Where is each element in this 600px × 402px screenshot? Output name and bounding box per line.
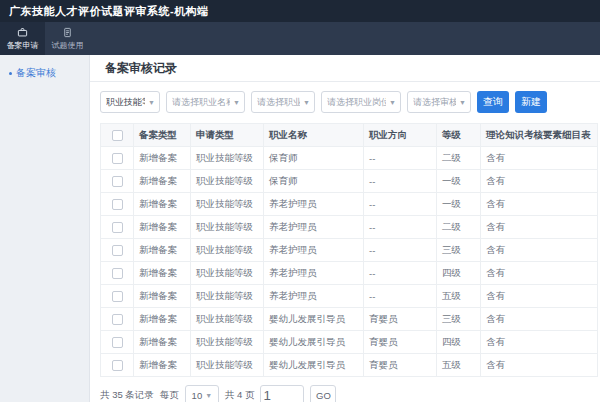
table-cell: 养老护理员 xyxy=(264,216,364,239)
table-cell: 含有 xyxy=(481,285,598,308)
briefcase-icon xyxy=(17,27,28,38)
sidebar-item-filing-review[interactable]: 备案审核 xyxy=(0,55,89,80)
row-checkbox[interactable] xyxy=(112,222,123,233)
table-row: 新增备案职业技能等级婴幼儿发展引导员育婴员五级含有 xyxy=(101,354,598,377)
table-cell: 职业技能等级 xyxy=(191,170,264,193)
table-cell: 职业技能等级 xyxy=(191,147,264,170)
select-all-checkbox[interactable] xyxy=(112,130,123,141)
table-cell: 二级 xyxy=(437,147,481,170)
table-cell: 四级 xyxy=(437,331,481,354)
table-cell: 养老护理员 xyxy=(264,239,364,262)
row-checkbox[interactable] xyxy=(112,360,123,371)
filter-bar: 职业技能等级 ▼ 请选择职业名称 ▼ 请选择职业方向 ▼ 请选择职业岗位等级 ▼… xyxy=(100,91,600,113)
table-cell: 婴幼儿发展引导员 xyxy=(264,308,364,331)
table-row: 新增备案职业技能等级婴幼儿发展引导员育婴员四级含有 xyxy=(101,331,598,354)
page-size-select[interactable]: 10 ▼ xyxy=(185,385,219,402)
row-checkbox-cell xyxy=(101,170,134,193)
table-row: 新增备案职业技能等级婴幼儿发展引导员育婴员三级含有 xyxy=(101,308,598,331)
table-cell: 新增备案 xyxy=(134,285,191,308)
row-checkbox-cell xyxy=(101,308,134,331)
sidebar: 备案审核 xyxy=(0,55,90,402)
top-nav: 备案申请 试题使用 xyxy=(0,22,600,55)
table-row: 新增备案职业技能等级养老护理员--二级含有 xyxy=(101,216,598,239)
query-button[interactable]: 查询 xyxy=(477,91,509,113)
tab-filing-application[interactable]: 备案申请 xyxy=(0,22,45,55)
table-cell: -- xyxy=(364,285,437,308)
main-content: 备案审核记录 职业技能等级 ▼ 请选择职业名称 ▼ 请选择职业方向 ▼ 请选择职… xyxy=(90,55,600,402)
table-cell: 新增备案 xyxy=(134,193,191,216)
table-cell: 婴幼儿发展引导员 xyxy=(264,354,364,377)
skill-level-select[interactable]: 职业技能等级 ▼ xyxy=(100,91,160,113)
table-cell: -- xyxy=(364,216,437,239)
row-checkbox[interactable] xyxy=(112,176,123,187)
table-cell: 一级 xyxy=(437,193,481,216)
table-row: 新增备案职业技能等级养老护理员--一级含有 xyxy=(101,193,598,216)
tab-label: 试题使用 xyxy=(52,40,84,51)
table-cell: -- xyxy=(364,170,437,193)
tab-question-usage[interactable]: 试题使用 xyxy=(45,22,90,55)
table-cell: 含有 xyxy=(481,308,598,331)
table-cell: 新增备案 xyxy=(134,239,191,262)
page-number-input[interactable] xyxy=(260,385,304,402)
column-header: 备案类型 xyxy=(134,124,191,147)
table-cell: 育婴员 xyxy=(364,354,437,377)
row-checkbox-cell xyxy=(101,285,134,308)
row-checkbox-cell xyxy=(101,331,134,354)
table-cell: 保育师 xyxy=(264,170,364,193)
table-cell: 新增备案 xyxy=(134,354,191,377)
table-cell: 保育师 xyxy=(264,147,364,170)
column-header: 理论知识考核要素细目表 xyxy=(481,124,598,147)
table-cell: 含有 xyxy=(481,262,598,285)
row-checkbox[interactable] xyxy=(112,291,123,302)
occupation-direction-select[interactable]: 请选择职业方向 ▼ xyxy=(251,91,315,113)
records-table: 备案类型 申请类型 职业名称 职业方向 等级 理论知识考核要素细目表 新增备案职… xyxy=(100,123,597,377)
table-cell: 含有 xyxy=(481,239,598,262)
select-all-cell xyxy=(101,124,134,147)
table-cell: 新增备案 xyxy=(134,331,191,354)
chevron-down-icon: ▼ xyxy=(230,99,240,106)
row-checkbox-cell xyxy=(101,216,134,239)
table-cell: 职业技能等级 xyxy=(191,331,264,354)
table-row: 新增备案职业技能等级养老护理员--五级含有 xyxy=(101,285,598,308)
chevron-down-icon: ▼ xyxy=(456,99,466,106)
chevron-down-icon: ▼ xyxy=(145,99,155,106)
row-checkbox-cell xyxy=(101,262,134,285)
row-checkbox[interactable] xyxy=(112,337,123,348)
row-checkbox[interactable] xyxy=(112,314,123,325)
occupation-name-select[interactable]: 请选择职业名称 ▼ xyxy=(166,91,245,113)
table-cell: 五级 xyxy=(437,354,481,377)
row-checkbox[interactable] xyxy=(112,268,123,279)
table-cell: 职业技能等级 xyxy=(191,354,264,377)
table-cell: -- xyxy=(364,147,437,170)
table-cell: 职业技能等级 xyxy=(191,216,264,239)
table-cell: 新增备案 xyxy=(134,147,191,170)
table-cell: 含有 xyxy=(481,354,598,377)
per-page-label: 每页 xyxy=(160,389,179,402)
table-cell: 含有 xyxy=(481,331,598,354)
row-checkbox-cell xyxy=(101,193,134,216)
records-count-text: 共 35 条记录 xyxy=(100,389,154,402)
post-level-select[interactable]: 请选择职业岗位等级 ▼ xyxy=(321,91,401,113)
table-cell: 新增备案 xyxy=(134,216,191,239)
column-header: 职业名称 xyxy=(264,124,364,147)
create-button[interactable]: 新建 xyxy=(515,91,547,113)
table-cell: 婴幼儿发展引导员 xyxy=(264,331,364,354)
chevron-down-icon: ▼ xyxy=(205,392,212,399)
table-cell: 新增备案 xyxy=(134,170,191,193)
table-cell: 含有 xyxy=(481,216,598,239)
row-checkbox[interactable] xyxy=(112,199,123,210)
table-cell: 四级 xyxy=(437,262,481,285)
row-checkbox[interactable] xyxy=(112,245,123,256)
table-cell: 一级 xyxy=(437,170,481,193)
go-button[interactable]: GO xyxy=(310,385,336,402)
tab-label: 备案申请 xyxy=(7,40,39,51)
table-cell: -- xyxy=(364,239,437,262)
table-row: 新增备案职业技能等级保育师--一级含有 xyxy=(101,170,598,193)
review-status-select[interactable]: 请选择审核状态 ▼ xyxy=(407,91,471,113)
table-cell: 育婴员 xyxy=(364,308,437,331)
row-checkbox[interactable] xyxy=(112,153,123,164)
column-header: 等级 xyxy=(437,124,481,147)
table-cell: 含有 xyxy=(481,193,598,216)
table-header-row: 备案类型 申请类型 职业名称 职业方向 等级 理论知识考核要素细目表 xyxy=(101,124,598,147)
table-cell: 职业技能等级 xyxy=(191,262,264,285)
